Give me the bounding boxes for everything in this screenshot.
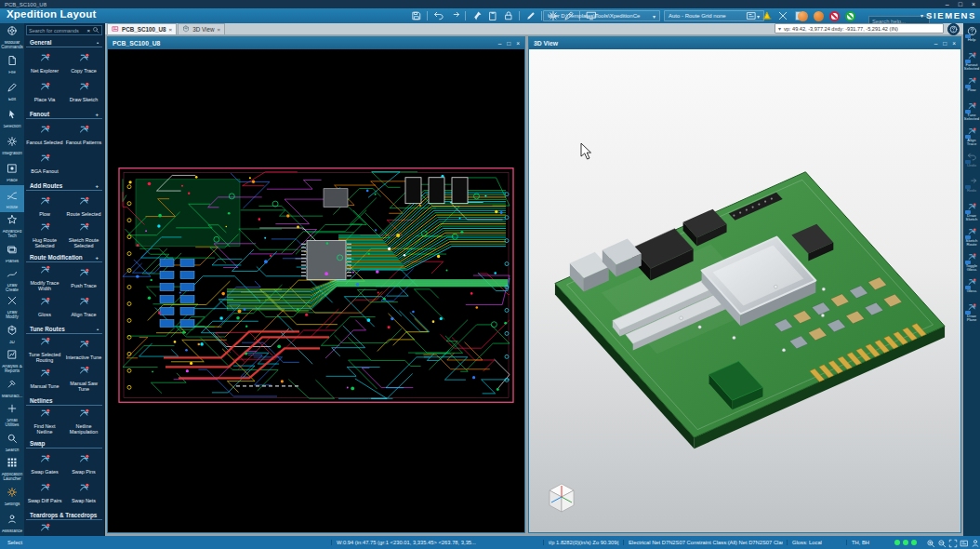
search-icon[interactable] bbox=[92, 26, 99, 34]
section-affordance-icon[interactable]: • bbox=[97, 40, 99, 46]
sidebar-item-place[interactable]: Place bbox=[0, 158, 24, 185]
display-scheme-amber-icon[interactable] bbox=[814, 11, 824, 21]
sidebar-item-application-launcher[interactable]: Application Launcher bbox=[0, 455, 24, 482]
view-orientation-cube[interactable] bbox=[540, 475, 583, 521]
os-maximize-button[interactable]: □ bbox=[959, 1, 962, 7]
zoomin-icon[interactable] bbox=[925, 537, 935, 549]
tab-close-icon[interactable]: × bbox=[169, 27, 173, 33]
section-affordance-icon[interactable]: + bbox=[95, 255, 99, 261]
favorite-fanout-selected[interactable]: Fanout Selected bbox=[963, 50, 980, 75]
sidebar-item-integration[interactable]: Integration bbox=[0, 131, 24, 158]
redo-icon[interactable] bbox=[447, 9, 461, 22]
fit-icon[interactable] bbox=[947, 537, 958, 549]
sidebar-item-analysis-reports[interactable]: Analysis & Reports bbox=[0, 347, 24, 374]
favorite-undo[interactable]: Undo bbox=[963, 151, 980, 176]
cone-icon[interactable] bbox=[760, 9, 774, 22]
sidebar-item-3d[interactable]: 3D bbox=[0, 320, 24, 347]
pin-icon[interactable] bbox=[470, 9, 483, 22]
section-affordance-icon[interactable]: + bbox=[95, 183, 99, 189]
clear-search-icon[interactable]: × bbox=[86, 28, 90, 33]
command-hug-route-selected[interactable]: Hug Route Selected bbox=[25, 221, 64, 249]
pcb-2d-canvas[interactable] bbox=[108, 49, 524, 532]
display-scheme-orange-icon[interactable] bbox=[798, 11, 808, 21]
command-swap-pins[interactable]: Swap Pins bbox=[64, 449, 103, 478]
command-sketch-route-selected[interactable]: Sketch Route Selected bbox=[64, 221, 103, 249]
drc-disabled-red-icon[interactable] bbox=[829, 11, 840, 21]
sidebar-item-advanced-tech[interactable]: Advanced Tech bbox=[0, 212, 24, 239]
favorite-draw-plane-shape[interactable]: Draw Plane Shape bbox=[963, 301, 980, 327]
command-search-input[interactable] bbox=[29, 28, 85, 33]
license-profile-dropdown[interactable]: User D:\Templates\Tools\XpeditionCe ▾ bbox=[543, 10, 660, 21]
os-titlebar[interactable]: PCB_SC100_U8 –□× bbox=[0, 0, 980, 8]
sidebar-item-planes[interactable]: Planes bbox=[0, 239, 24, 266]
section-affordance-icon[interactable]: + bbox=[95, 112, 99, 117]
command-net-explorer[interactable]: Net Explorer bbox=[25, 48, 64, 77]
tab-3d-view[interactable]: 3D View× bbox=[178, 23, 225, 34]
cut-icon[interactable] bbox=[775, 9, 789, 22]
command-manual-saw-tune[interactable]: Manual Saw Tune bbox=[64, 364, 103, 393]
view-3d-close-button[interactable]: × bbox=[952, 40, 956, 47]
lock-icon[interactable] bbox=[501, 9, 515, 22]
command-interactive-tune[interactable]: Interactive Tune bbox=[64, 335, 103, 364]
view-3d-maximize-button[interactable]: □ bbox=[943, 40, 947, 47]
favorite-sketch-route[interactable]: Sketch Route bbox=[963, 226, 980, 251]
sidebar-item-route[interactable]: Route bbox=[0, 185, 24, 212]
command-gloss[interactable]: Gloss bbox=[25, 292, 64, 321]
command-route-selected[interactable]: Route Selected bbox=[64, 192, 103, 221]
command-plow[interactable]: Plow bbox=[25, 192, 64, 221]
command-manual-tune[interactable]: Manual Tune bbox=[25, 364, 64, 393]
view-3d-canvas[interactable] bbox=[529, 49, 960, 532]
favorite-draw-sketch-plan[interactable]: Draw Sketch Plan bbox=[963, 201, 980, 226]
save-icon[interactable] bbox=[409, 9, 423, 22]
sidebar-item-draw-modify[interactable]: Draw Modify bbox=[0, 293, 24, 320]
os-minimize-button[interactable]: – bbox=[946, 1, 949, 7]
pcb-2d-minimize-button[interactable]: – bbox=[498, 40, 502, 47]
sidebar-item-selection[interactable]: Selection bbox=[0, 104, 24, 131]
pcb-2d-close-button[interactable]: × bbox=[516, 40, 520, 47]
pcb-2d-titlebar[interactable]: PCB_SC100_U8 –□× bbox=[108, 37, 524, 49]
tab-close-icon[interactable]: × bbox=[217, 27, 220, 33]
tab-pcb-sc100-u8[interactable]: PCB_SC100_U8× bbox=[107, 23, 177, 34]
chevron-down-icon[interactable]: ▾ bbox=[778, 25, 781, 32]
command-copy-trace[interactable]: Copy Trace bbox=[64, 48, 103, 77]
clip-icon[interactable] bbox=[485, 9, 499, 22]
view-3d-minimize-button[interactable]: – bbox=[934, 40, 938, 47]
command-bga-fanout[interactable]: BGA Fanout bbox=[25, 149, 64, 178]
command-modify-trace-width[interactable]: Modify Trace Width bbox=[25, 263, 64, 292]
board-icon[interactable] bbox=[959, 537, 969, 549]
command-draw-sketch[interactable]: Draw Sketch bbox=[64, 77, 103, 106]
section-affordance-icon[interactable]: • bbox=[97, 327, 99, 332]
sidebar-item-file[interactable]: File bbox=[0, 50, 24, 77]
undo-icon[interactable] bbox=[431, 9, 445, 22]
favorite-redo[interactable]: Redo bbox=[963, 176, 980, 201]
view-3d-titlebar[interactable]: 3D View –□× bbox=[529, 37, 960, 49]
command-fanout-selected[interactable]: Fanout Selected bbox=[25, 120, 64, 149]
os-close-button[interactable]: × bbox=[972, 1, 975, 7]
favorite-help[interactable]: Help bbox=[963, 25, 980, 50]
sidebar-item-small-utilities[interactable]: Small Utilities bbox=[0, 401, 24, 428]
favorite-tune-selected[interactable]: Tune Selected bbox=[963, 100, 980, 126]
zoomout-icon[interactable] bbox=[936, 537, 947, 549]
sidebar-item-settings[interactable]: Settings bbox=[0, 482, 24, 509]
sidebar-item-assistance[interactable]: Assistance bbox=[0, 509, 24, 536]
sidebar-item-draw-create[interactable]: Draw Create bbox=[0, 266, 24, 293]
command-swap-gates[interactable]: Swap Gates bbox=[25, 449, 64, 478]
command-find-next-netline[interactable]: Find Next Netline bbox=[25, 407, 64, 435]
brush-icon[interactable] bbox=[523, 9, 537, 22]
favorite-toggle-gloss[interactable]: Toggle Gloss bbox=[963, 251, 980, 276]
command-netline-manipulation[interactable]: Netline Manipulation bbox=[64, 407, 103, 435]
favorite-gloss[interactable]: Gloss bbox=[963, 276, 980, 301]
command-place-via[interactable]: Place Via bbox=[25, 77, 64, 106]
sidebar-item-manufact[interactable]: Manufact... bbox=[0, 374, 24, 401]
command-fanout-patterns[interactable]: Fanout Patterns bbox=[64, 120, 103, 149]
sidebar-item-modular-commands[interactable]: Modular Commands bbox=[0, 23, 24, 50]
command-align-trace[interactable]: Align Trace bbox=[64, 292, 103, 321]
command-tune-selected-routing[interactable]: Tune Selected Routing bbox=[25, 335, 64, 364]
sidebar-item-search[interactable]: Search bbox=[0, 428, 24, 455]
command-swap-nets[interactable]: Swap Nets bbox=[64, 478, 103, 507]
command-push-trace[interactable]: Push Trace bbox=[64, 263, 103, 292]
sidebar-item-edit[interactable]: Edit bbox=[0, 77, 24, 104]
favorite-align-trace[interactable]: Align Trace bbox=[963, 126, 980, 151]
pcb-2d-maximize-button[interactable]: □ bbox=[507, 40, 510, 47]
help-button[interactable] bbox=[947, 23, 960, 35]
